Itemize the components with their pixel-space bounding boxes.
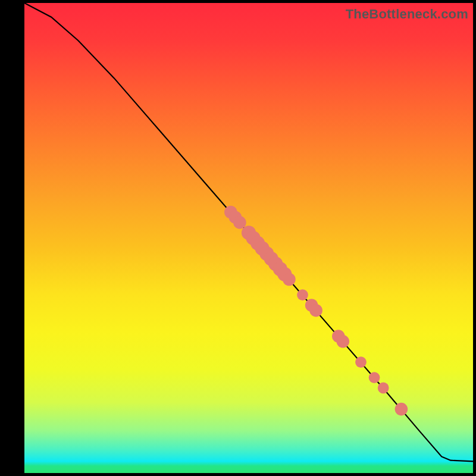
data-marker xyxy=(233,216,246,229)
chart-svg xyxy=(24,3,473,473)
marker-group xyxy=(224,206,408,416)
data-marker xyxy=(355,356,367,368)
data-marker xyxy=(297,289,308,300)
data-marker xyxy=(309,304,322,317)
data-marker xyxy=(283,273,296,286)
data-marker xyxy=(337,335,350,348)
chart-frame: TheBottleneck.com xyxy=(0,0,476,476)
plot-area: TheBottleneck.com xyxy=(24,3,473,473)
data-marker xyxy=(369,372,380,383)
data-marker xyxy=(378,383,389,394)
data-marker xyxy=(395,403,408,416)
